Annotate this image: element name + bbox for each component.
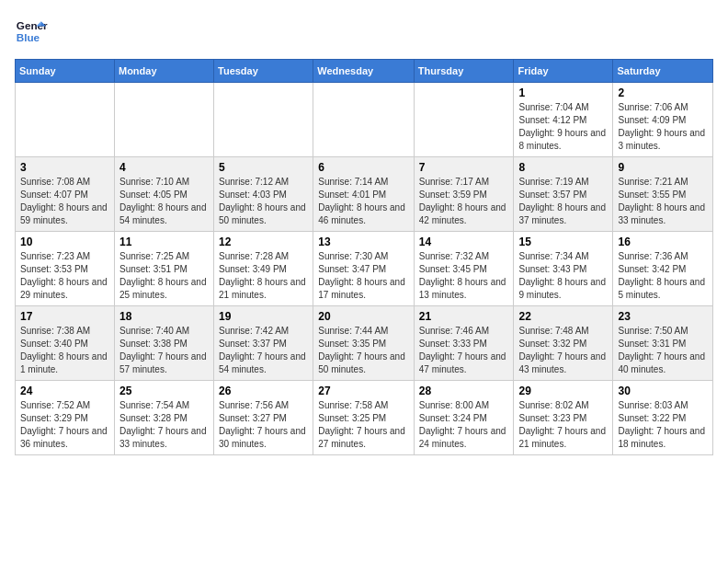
day-cell: 24Sunrise: 7:52 AM Sunset: 3:29 PM Dayli… [16,381,115,455]
day-number: 9 [618,161,708,174]
day-number: 1 [518,86,608,99]
day-cell: 14Sunrise: 7:32 AM Sunset: 3:45 PM Dayli… [414,232,514,306]
day-cell: 25Sunrise: 7:54 AM Sunset: 3:28 PM Dayli… [114,381,213,455]
day-cell [16,83,115,157]
day-number: 21 [419,310,509,323]
day-info: Sunrise: 7:19 AM Sunset: 3:57 PM Dayligh… [518,176,608,227]
day-info: Sunrise: 7:34 AM Sunset: 3:43 PM Dayligh… [518,250,608,302]
day-info: Sunrise: 7:10 AM Sunset: 4:05 PM Dayligh… [119,176,209,227]
day-number: 28 [419,385,509,397]
day-cell: 28Sunrise: 8:00 AM Sunset: 3:24 PM Dayli… [414,381,514,455]
day-info: Sunrise: 7:38 AM Sunset: 3:40 PM Dayligh… [20,325,109,376]
logo-icon: General Blue [15,15,48,48]
day-cell: 30Sunrise: 8:03 AM Sunset: 3:22 PM Dayli… [613,381,713,455]
day-number: 8 [518,161,608,174]
day-info: Sunrise: 7:40 AM Sunset: 3:38 PM Dayligh… [119,325,209,376]
weekday-header-thursday: Thursday [414,60,514,83]
day-cell: 2Sunrise: 7:06 AM Sunset: 4:09 PM Daylig… [613,83,713,157]
day-info: Sunrise: 7:12 AM Sunset: 4:03 PM Dayligh… [219,176,308,227]
day-cell: 13Sunrise: 7:30 AM Sunset: 3:47 PM Dayli… [313,232,415,306]
week-row-1: 1Sunrise: 7:04 AM Sunset: 4:12 PM Daylig… [16,83,713,157]
day-number: 16 [618,236,708,248]
logo: General Blue [15,15,48,48]
day-number: 26 [219,385,308,397]
day-number: 30 [618,385,708,397]
day-number: 15 [518,236,608,248]
week-row-4: 17Sunrise: 7:38 AM Sunset: 3:40 PM Dayli… [16,306,713,381]
calendar: SundayMondayTuesdayWednesdayThursdayFrid… [15,59,713,455]
day-cell: 7Sunrise: 7:17 AM Sunset: 3:59 PM Daylig… [414,157,514,232]
day-cell: 10Sunrise: 7:23 AM Sunset: 3:53 PM Dayli… [16,232,115,306]
day-info: Sunrise: 7:08 AM Sunset: 4:07 PM Dayligh… [20,176,109,227]
day-info: Sunrise: 8:00 AM Sunset: 3:24 PM Dayligh… [419,399,509,451]
day-number: 27 [318,385,409,397]
weekday-header-wednesday: Wednesday [313,60,415,83]
day-number: 14 [419,236,509,248]
week-row-5: 24Sunrise: 7:52 AM Sunset: 3:29 PM Dayli… [16,381,713,455]
day-cell: 21Sunrise: 7:46 AM Sunset: 3:33 PM Dayli… [414,306,514,381]
day-cell: 3Sunrise: 7:08 AM Sunset: 4:07 PM Daylig… [16,157,115,232]
day-number: 5 [219,161,308,174]
day-info: Sunrise: 7:44 AM Sunset: 3:35 PM Dayligh… [318,325,409,376]
weekday-header-monday: Monday [114,60,213,83]
day-info: Sunrise: 7:46 AM Sunset: 3:33 PM Dayligh… [419,325,509,376]
day-cell [313,83,415,157]
week-row-2: 3Sunrise: 7:08 AM Sunset: 4:07 PM Daylig… [16,157,713,232]
day-number: 18 [119,310,209,323]
day-info: Sunrise: 7:14 AM Sunset: 4:01 PM Dayligh… [318,176,409,227]
weekday-header-sunday: Sunday [16,60,115,83]
day-cell: 5Sunrise: 7:12 AM Sunset: 4:03 PM Daylig… [214,157,313,232]
day-cell: 26Sunrise: 7:56 AM Sunset: 3:27 PM Dayli… [214,381,313,455]
day-info: Sunrise: 7:25 AM Sunset: 3:51 PM Dayligh… [119,250,209,302]
day-info: Sunrise: 8:02 AM Sunset: 3:23 PM Dayligh… [518,399,608,451]
day-info: Sunrise: 7:21 AM Sunset: 3:55 PM Dayligh… [618,176,708,227]
day-info: Sunrise: 7:28 AM Sunset: 3:49 PM Dayligh… [219,250,308,302]
weekday-header-friday: Friday [514,60,613,83]
header: General Blue [15,15,713,48]
day-cell: 18Sunrise: 7:40 AM Sunset: 3:38 PM Dayli… [114,306,213,381]
day-info: Sunrise: 7:56 AM Sunset: 3:27 PM Dayligh… [219,399,308,451]
day-cell: 29Sunrise: 8:02 AM Sunset: 3:23 PM Dayli… [514,381,613,455]
day-info: Sunrise: 7:04 AM Sunset: 4:12 PM Dayligh… [518,101,608,153]
day-info: Sunrise: 8:03 AM Sunset: 3:22 PM Dayligh… [618,399,708,451]
day-number: 25 [119,385,209,397]
day-info: Sunrise: 7:32 AM Sunset: 3:45 PM Dayligh… [419,250,509,302]
day-number: 3 [20,161,109,174]
day-cell: 6Sunrise: 7:14 AM Sunset: 4:01 PM Daylig… [313,157,415,232]
day-cell: 19Sunrise: 7:42 AM Sunset: 3:37 PM Dayli… [214,306,313,381]
day-number: 22 [518,310,608,323]
day-info: Sunrise: 7:54 AM Sunset: 3:28 PM Dayligh… [119,399,209,451]
day-number: 11 [119,236,209,248]
day-number: 7 [419,161,509,174]
day-number: 17 [20,310,109,323]
day-cell: 1Sunrise: 7:04 AM Sunset: 4:12 PM Daylig… [514,83,613,157]
day-cell: 15Sunrise: 7:34 AM Sunset: 3:43 PM Dayli… [514,232,613,306]
day-info: Sunrise: 7:17 AM Sunset: 3:59 PM Dayligh… [419,176,509,227]
day-cell: 20Sunrise: 7:44 AM Sunset: 3:35 PM Dayli… [313,306,415,381]
day-cell: 9Sunrise: 7:21 AM Sunset: 3:55 PM Daylig… [613,157,713,232]
day-number: 29 [518,385,608,397]
day-cell: 8Sunrise: 7:19 AM Sunset: 3:57 PM Daylig… [514,157,613,232]
day-number: 13 [318,236,409,248]
day-number: 23 [618,310,708,323]
day-info: Sunrise: 7:42 AM Sunset: 3:37 PM Dayligh… [219,325,308,376]
day-number: 19 [219,310,308,323]
day-info: Sunrise: 7:06 AM Sunset: 4:09 PM Dayligh… [618,101,708,153]
day-number: 10 [20,236,109,248]
svg-text:Blue: Blue [17,31,40,43]
day-cell: 22Sunrise: 7:48 AM Sunset: 3:32 PM Dayli… [514,306,613,381]
day-info: Sunrise: 7:50 AM Sunset: 3:31 PM Dayligh… [618,325,708,376]
day-number: 6 [318,161,409,174]
day-cell: 17Sunrise: 7:38 AM Sunset: 3:40 PM Dayli… [16,306,115,381]
weekday-header-saturday: Saturday [613,60,713,83]
day-cell: 12Sunrise: 7:28 AM Sunset: 3:49 PM Dayli… [214,232,313,306]
day-cell: 4Sunrise: 7:10 AM Sunset: 4:05 PM Daylig… [114,157,213,232]
day-cell: 27Sunrise: 7:58 AM Sunset: 3:25 PM Dayli… [313,381,415,455]
day-cell [414,83,514,157]
weekday-header-tuesday: Tuesday [214,60,313,83]
day-number: 2 [618,86,708,99]
day-number: 12 [219,236,308,248]
day-cell [114,83,213,157]
week-row-3: 10Sunrise: 7:23 AM Sunset: 3:53 PM Dayli… [16,232,713,306]
day-info: Sunrise: 7:52 AM Sunset: 3:29 PM Dayligh… [20,399,109,451]
